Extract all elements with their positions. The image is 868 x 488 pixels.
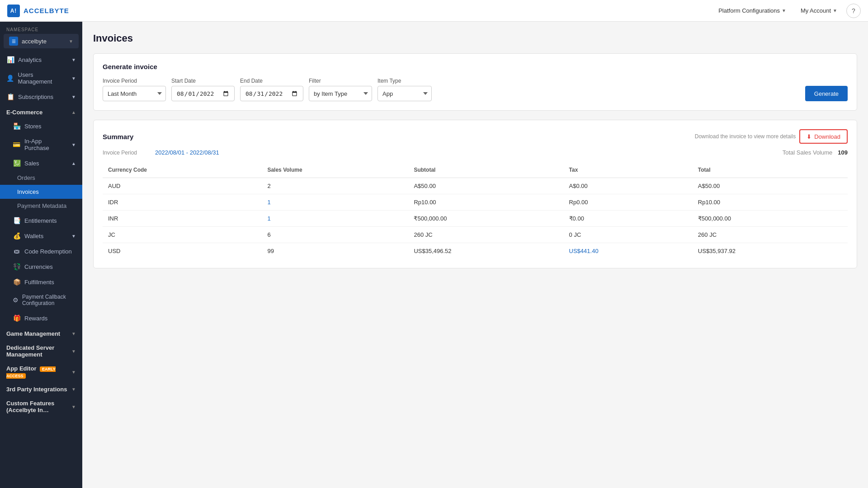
logo-icon: A! <box>7 5 20 17</box>
payment-callback-icon: ⚙ <box>13 296 19 304</box>
sidebar-item-entitlements[interactable]: 📑 Entitlements <box>0 213 82 228</box>
invoice-period-group: Invoice Period Last Month This Month Cus… <box>103 78 166 101</box>
sidebar-group-game-management[interactable]: Game Management ▼ <box>0 326 82 340</box>
sidebar: NAMESPACE ☰ accelbyte ▼ 📊 Analytics ▼ 👤 … <box>0 22 82 488</box>
sidebar-group-ecommerce[interactable]: E-Commerce ▲ <box>0 104 82 118</box>
help-button[interactable]: ? <box>846 4 861 18</box>
sidebar-group-3rd-party[interactable]: 3rd Party Integrations ▼ <box>0 381 82 395</box>
tax-cell: A$0.00 <box>569 183 588 189</box>
wallets-icon: 💰 <box>13 232 21 239</box>
download-button[interactable]: ⬇ Download <box>799 129 848 144</box>
account-btn[interactable]: My Account ▼ <box>795 5 843 17</box>
start-date-input[interactable] <box>171 86 235 101</box>
col-subtotal: Subtotal <box>408 162 563 178</box>
namespace-name: accelbyte <box>22 38 65 45</box>
currencies-icon: 💱 <box>13 263 21 270</box>
end-date-group: End Date <box>240 78 303 101</box>
summary-download-area: Download the invoice to view more detail… <box>695 129 848 144</box>
sidebar-item-analytics[interactable]: 📊 Analytics ▼ <box>0 52 82 67</box>
platform-config-btn[interactable]: Platform Configurations ▼ <box>713 5 792 17</box>
chevron-down-icon: ▼ <box>69 39 73 44</box>
sidebar-item-stores[interactable]: 🏪 Stores <box>0 118 82 134</box>
top-nav-right: Platform Configurations ▼ My Account ▼ ? <box>713 4 861 18</box>
tax-cell: ₹0.00 <box>564 211 693 227</box>
total-cell: Rp10.00 <box>693 194 848 211</box>
chevron-icon: ▲ <box>71 110 76 115</box>
tax-cell: Rp0.00 <box>569 199 588 206</box>
sidebar-group-dedicated-server[interactable]: Dedicated Server Management ▼ <box>0 340 82 361</box>
sidebar-item-payment-meta[interactable]: Payment Metadata <box>0 199 82 213</box>
namespace-selector[interactable]: ☰ accelbyte ▼ <box>4 34 79 48</box>
invoice-meta-row: Invoice Period 2022/08/01 - 2022/08/31 T… <box>103 149 848 156</box>
volume-link[interactable]: 1 <box>267 215 270 222</box>
sidebar-group-custom-features[interactable]: Custom Features (Accelbyte In… ▼ <box>0 395 82 416</box>
table-header: Currency Code Sales Volume Subtotal Tax … <box>103 162 848 178</box>
main-content: Invoices Generate invoice Invoice Period… <box>82 22 868 488</box>
sidebar-item-label: Currencies <box>24 263 53 270</box>
sidebar-item-label: Stores <box>24 123 42 130</box>
volume-link[interactable]: 1 <box>267 199 270 206</box>
chevron-icon: ▼ <box>71 234 76 239</box>
tax-cell: 0 JC <box>569 231 581 238</box>
chevron-icon: ▼ <box>71 349 76 354</box>
sidebar-item-label: Fulfillments <box>24 279 54 286</box>
end-date-label: End Date <box>240 78 303 84</box>
invoice-period-meta-value: 2022/08/01 - 2022/08/31 <box>155 149 219 156</box>
table-row: IDR 1 Rp10.00 Rp0.00 Rp10.00 <box>103 194 848 211</box>
invoice-period-meta-label: Invoice Period <box>103 150 137 156</box>
sidebar-item-currencies[interactable]: 💱 Currencies <box>0 259 82 274</box>
invoice-form-row: Invoice Period Last Month This Month Cus… <box>103 78 848 101</box>
tax-cell: A$0.00 <box>564 178 693 194</box>
currency-cell: INR <box>103 211 262 227</box>
stores-icon: 🏪 <box>13 122 21 130</box>
sidebar-item-iap[interactable]: 💳 In-App Purchase ▼ <box>0 134 82 155</box>
subtotal-cell: Rp10.00 <box>408 194 563 211</box>
users-icon: 👤 <box>6 75 14 82</box>
filter-label: Filter <box>309 78 372 84</box>
sidebar-item-sales[interactable]: 💹 Sales ▲ <box>0 155 82 171</box>
subtotal-cell: 260 JC <box>408 227 563 243</box>
app-name: ACCELBYTE <box>24 7 69 14</box>
sidebar-item-rewards[interactable]: 🎁 Rewards <box>0 310 82 326</box>
sidebar-item-label: Subscriptions <box>18 94 53 100</box>
sidebar-item-code-redemption[interactable]: 🎟 Code Redemption <box>0 244 82 259</box>
sidebar-item-wallets[interactable]: 💰 Wallets ▼ <box>0 228 82 244</box>
group-label: App Editor EARLY ACCESS <box>6 365 71 379</box>
table-row: JC 6 260 JC 0 JC 260 JC <box>103 227 848 243</box>
early-access-badge: EARLY ACCESS <box>6 366 56 379</box>
end-date-input[interactable] <box>240 86 303 101</box>
sidebar-item-label: Wallets <box>24 233 43 239</box>
tax-cell: US$441.40 <box>564 243 693 259</box>
chevron-icon: ▼ <box>71 404 76 409</box>
chevron-icon: ▼ <box>71 76 76 81</box>
total-sales-area: Total Sales Volume 109 <box>783 149 848 156</box>
sidebar-item-invoices[interactable]: Invoices <box>0 185 82 199</box>
chevron-down-icon: ▼ <box>782 8 786 13</box>
item-type-label: Item Type <box>377 78 432 84</box>
volume-cell: 2 <box>267 183 270 189</box>
summary-header: Summary Download the invoice to view mor… <box>103 129 848 144</box>
item-type-select[interactable]: App Coins Bundle Season Subscription <box>377 86 432 101</box>
sidebar-item-subscriptions[interactable]: 📋 Subscriptions ▼ <box>0 89 82 104</box>
sidebar-item-label: Users Management <box>18 71 68 85</box>
start-date-label: Start Date <box>171 78 235 84</box>
sidebar-item-users[interactable]: 👤 Users Management ▼ <box>0 67 82 89</box>
rewards-icon: 🎁 <box>13 314 21 322</box>
table-body: AUD 2 A$50.00 A$0.00 A$50.00 IDR 1 Rp10.… <box>103 178 848 259</box>
generate-button[interactable]: Generate <box>805 86 848 101</box>
sidebar-item-payment-callback[interactable]: ⚙ Payment Callback Configuration <box>0 290 82 310</box>
filter-group: Filter by Item Type by SKU <box>309 78 372 101</box>
invoice-period-select[interactable]: Last Month This Month Custom <box>103 86 166 101</box>
group-label: Custom Features (Accelbyte In… <box>6 400 71 413</box>
sidebar-group-app-editor[interactable]: App Editor EARLY ACCESS ▼ <box>0 361 82 381</box>
tax-link[interactable]: US$441.40 <box>569 248 599 254</box>
currency-cell: AUD <box>103 178 262 194</box>
total-cell: A$50.00 <box>693 178 848 194</box>
sidebar-item-label: Code Redemption <box>24 248 72 255</box>
volume-cell: 1 <box>262 211 408 227</box>
start-date-group: Start Date <box>171 78 235 101</box>
filter-select[interactable]: by Item Type by SKU <box>309 86 372 101</box>
sidebar-item-fulfillments[interactable]: 📦 Fulfillments <box>0 274 82 290</box>
chevron-icon: ▼ <box>71 387 76 392</box>
sidebar-item-orders[interactable]: Orders <box>0 171 82 185</box>
